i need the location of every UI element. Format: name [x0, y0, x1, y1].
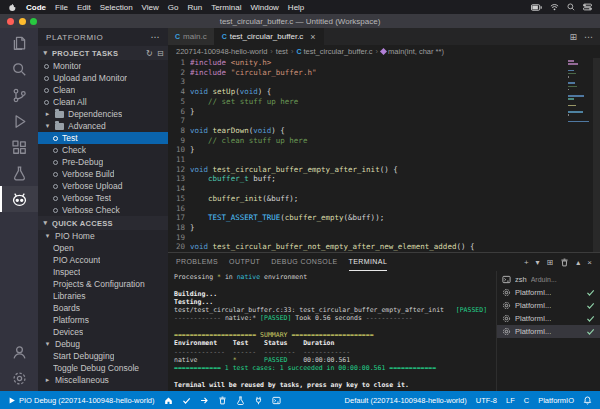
quick-access-item-inspect[interactable]: Inspect — [38, 266, 168, 278]
breadcrumb-item[interactable]: test — [276, 47, 288, 56]
menu-window[interactable]: Window — [250, 3, 278, 12]
editor-more-actions-icon[interactable]: ⋯ — [584, 32, 593, 42]
close-icon[interactable]: × — [587, 258, 592, 267]
menu-edit[interactable]: Edit — [77, 3, 91, 12]
quick-access-item-open[interactable]: Open — [38, 242, 168, 254]
status-platformio-indicator[interactable]: PlatformIO — [538, 396, 574, 405]
task-item-verbose-build[interactable]: Verbose Build — [38, 168, 168, 180]
status-pio-test[interactable] — [236, 396, 245, 405]
quick-access-item-toggle-debug-console[interactable]: Toggle Debug Console — [38, 362, 168, 374]
activity-extensions-icon[interactable] — [0, 134, 38, 160]
code-content[interactable]: #include <unity.h>#include "circular_buf… — [190, 58, 600, 252]
menu-go[interactable]: Go — [168, 3, 179, 12]
activity-run-and-debug-icon[interactable] — [0, 108, 38, 134]
task-item-advanced[interactable]: ▾Advanced — [38, 120, 168, 132]
task-item-clean[interactable]: Clean — [38, 84, 168, 96]
close-window-button[interactable] — [7, 18, 14, 25]
terminal-list-item[interactable]: PlatformI... — [497, 299, 600, 312]
project-tasks-header[interactable]: ▾ PROJECT TASKS ↻ ⊟ — [38, 46, 168, 60]
status-notifications-bell[interactable] — [583, 396, 592, 405]
task-item-check[interactable]: Check — [38, 144, 168, 156]
chevron-down-icon[interactable]: ▾ — [536, 258, 540, 267]
task-item-monitor[interactable]: Monitor — [38, 60, 168, 72]
terminal-list-item[interactable]: PlatformI... — [497, 312, 600, 325]
activity-settings-icon[interactable] — [0, 365, 38, 391]
activity-platformio-icon[interactable] — [0, 186, 38, 212]
wifi-icon[interactable] — [550, 3, 559, 11]
collapse-all-icon[interactable]: ⊟ — [157, 49, 164, 58]
panel-tab-output[interactable]: OUTPUT — [229, 253, 260, 271]
window-titlebar[interactable]: test_circular_buffer.c — Untitled (Works… — [0, 14, 600, 28]
status-pio-env-switcher[interactable]: Default (220714-100948-hello-world) — [345, 396, 467, 405]
status-debug-configuration[interactable]: PIO Debug (220714-100948-hello-world) — [8, 396, 155, 405]
activity-accounts-icon[interactable] — [0, 339, 38, 365]
activity-source-control-icon[interactable] — [0, 82, 38, 108]
close-tab-icon[interactable]: × — [310, 32, 315, 42]
activity-explorer-icon[interactable] — [0, 30, 38, 56]
task-item-verbose-upload[interactable]: Verbose Upload — [38, 180, 168, 192]
panel-tab-debug-console[interactable]: DEBUG CONSOLE — [271, 253, 337, 271]
quick-access-header[interactable]: ▾ QUICK ACCESS — [38, 216, 168, 230]
quick-access-item-platforms[interactable]: Platforms — [38, 314, 168, 326]
task-item-verbose-check[interactable]: Verbose Check — [38, 204, 168, 216]
chevron-up-icon[interactable]: ▴ — [576, 258, 580, 267]
menu-selection[interactable]: Selection — [100, 3, 133, 12]
breadcrumb-item[interactable]: 220714-100948-hello-world — [176, 47, 267, 56]
plus-icon[interactable]: + — [524, 258, 529, 267]
status-pio-serial-monitor[interactable] — [254, 396, 263, 405]
task-item-pre-debug[interactable]: Pre-Debug — [38, 156, 168, 168]
menu-help[interactable]: Help — [288, 3, 304, 12]
views-more-actions-icon[interactable]: ⋯ — [150, 32, 160, 42]
status-pio-build[interactable] — [182, 396, 191, 405]
minimize-window-button[interactable] — [19, 18, 26, 25]
status-language-mode[interactable]: C — [524, 396, 529, 405]
menu-file[interactable]: File — [55, 3, 68, 12]
menu-run[interactable]: Run — [187, 3, 202, 12]
quick-access-item-devices[interactable]: Devices — [38, 326, 168, 338]
status-encoding-indicator[interactable]: UTF-8 — [476, 396, 497, 405]
quick-access-item-projects-configuration[interactable]: Projects & Configuration — [38, 278, 168, 290]
terminal-list-item[interactable]: zshArduin... — [497, 273, 600, 286]
menu-terminal[interactable]: Terminal — [211, 3, 241, 12]
activity-testing-icon[interactable] — [0, 160, 38, 186]
status-pio-new-terminal[interactable] — [272, 396, 281, 405]
quick-access-item-miscellaneous[interactable]: ▸Miscellaneous — [38, 374, 168, 386]
quick-access-item-pio-home[interactable]: ▾PIO Home — [38, 230, 168, 242]
trash-icon[interactable] — [560, 258, 569, 267]
quick-access-item-boards[interactable]: Boards — [38, 302, 168, 314]
tab-main-c[interactable]: Cmain.c — [168, 28, 215, 45]
quick-access-item-pio-account[interactable]: PIO Account — [38, 254, 168, 266]
task-item-dependencies[interactable]: ▸Dependencies — [38, 108, 168, 120]
terminal-list-item[interactable]: PlatformI... — [497, 325, 600, 338]
status-eol-indicator[interactable]: LF — [506, 396, 515, 405]
panel-tab-problems[interactable]: PROBLEMS — [176, 253, 218, 271]
control-center-icon[interactable] — [583, 3, 592, 11]
task-item-clean-all[interactable]: Clean All — [38, 96, 168, 108]
status-pio-clean[interactable] — [218, 396, 227, 405]
quick-access-item-start-debugging[interactable]: Start Debugging — [38, 350, 168, 362]
panel-tab-terminal[interactable]: TERMINAL — [349, 253, 388, 271]
tab-test-circular-buffer-c[interactable]: Ctest_circular_buffer.c× — [215, 28, 324, 45]
battery-icon[interactable] — [531, 4, 542, 11]
zoom-window-button[interactable] — [30, 18, 37, 25]
status-pio-upload[interactable] — [200, 396, 209, 405]
split-icon[interactable]: ⊞ — [547, 258, 554, 267]
breadcrumb-item[interactable]: main(int, char **) — [381, 47, 444, 56]
search-icon[interactable] — [567, 3, 575, 11]
task-item-upload-and-monitor[interactable]: Upload and Monitor — [38, 72, 168, 84]
quick-access-item-debug[interactable]: ▾Debug — [38, 338, 168, 350]
menu-view[interactable]: View — [142, 3, 159, 12]
app-menu-code[interactable]: Code — [26, 3, 46, 12]
minimap[interactable] — [568, 60, 592, 124]
terminal-output[interactable]: Processing * in native environment Build… — [168, 271, 496, 391]
task-item-test[interactable]: Test — [38, 132, 168, 144]
apple-menu-icon[interactable] — [8, 3, 17, 12]
task-item-verbose-test[interactable]: Verbose Test — [38, 192, 168, 204]
refresh-icon[interactable]: ↻ — [146, 49, 153, 58]
code-editor[interactable]: 1234567891011121314151617181920 #include… — [168, 58, 600, 252]
quick-access-item-libraries[interactable]: Libraries — [38, 290, 168, 302]
split-editor-icon[interactable]: ⊞ — [569, 32, 577, 42]
editor-scrollbar[interactable] — [593, 58, 600, 252]
breadcrumb-item[interactable]: Ctest_circular_buffer.c — [296, 47, 372, 56]
status-pio-home[interactable] — [164, 396, 173, 405]
